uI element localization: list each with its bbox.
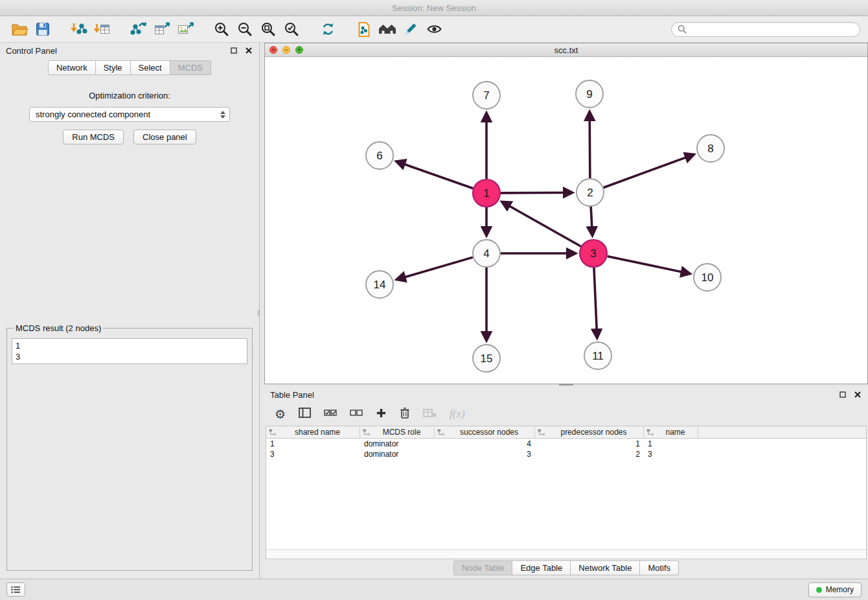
import-network-icon — [71, 21, 87, 37]
search-box[interactable] — [671, 22, 860, 37]
node-4[interactable]: 4 — [473, 240, 500, 267]
close-window-button[interactable]: × — [269, 46, 277, 54]
unselect-all-columns-button[interactable] — [350, 408, 363, 420]
edge-2-9[interactable] — [589, 112, 590, 178]
control-panel-float-button[interactable] — [229, 46, 238, 55]
zoom-selected-button[interactable] — [280, 19, 303, 40]
table-panel-float-button[interactable] — [838, 390, 847, 399]
table-cell[interactable]: 3 — [266, 449, 360, 459]
node-15[interactable]: 15 — [473, 345, 500, 372]
svg-text:11: 11 — [592, 350, 604, 362]
column-header-MCDS-role[interactable]: MCDS role — [360, 426, 435, 438]
table-cell[interactable]: 1 — [535, 439, 644, 449]
node-1[interactable]: 1 — [473, 179, 500, 207]
delete-table-button[interactable] — [423, 408, 437, 421]
table-tab-node-table[interactable]: Node Table — [453, 560, 513, 575]
table-cell[interactable]: 4 — [435, 439, 535, 449]
add-column-button[interactable] — [376, 408, 387, 421]
maximize-window-button[interactable]: + — [295, 46, 303, 54]
node-2[interactable]: 2 — [577, 179, 604, 206]
import-table-file-button[interactable] — [91, 19, 114, 40]
table-hscrollbar[interactable] — [266, 549, 866, 559]
table-panel-title: Table Panel — [270, 390, 314, 400]
network-document-button[interactable] — [352, 19, 376, 40]
function-builder-button[interactable]: f(x) — [450, 408, 465, 421]
close-panel-button[interactable]: Close panel — [133, 130, 196, 144]
edge-4-14[interactable] — [397, 257, 473, 279]
export-image-button[interactable] — [174, 19, 197, 40]
svg-text:6: 6 — [376, 150, 382, 162]
node-7[interactable]: 7 — [473, 82, 500, 109]
select-all-columns-button[interactable] — [324, 408, 337, 420]
svg-text:4: 4 — [483, 248, 489, 260]
table-row[interactable]: 3dominator323 — [266, 449, 866, 459]
import-network-file-button[interactable] — [67, 19, 91, 40]
table-tab-network-table[interactable]: Network Table — [571, 560, 640, 575]
column-header-predecessor-nodes[interactable]: predecessor nodes — [535, 426, 644, 438]
zoom-out-button[interactable] — [233, 19, 257, 40]
column-header-name[interactable]: name — [644, 426, 698, 438]
zoom-fit-button[interactable] — [257, 19, 280, 40]
edge-1-6[interactable] — [396, 161, 473, 188]
style-brush-button[interactable] — [399, 19, 422, 40]
table-panel-close-button[interactable] — [853, 390, 862, 399]
task-history-button[interactable] — [6, 583, 25, 597]
mcds-result-text[interactable]: 1 3 — [12, 338, 247, 364]
delete-column-button[interactable] — [400, 407, 410, 421]
show-columns-button[interactable] — [299, 408, 311, 421]
edge-3-11[interactable] — [594, 268, 597, 338]
edge-2-3[interactable] — [591, 207, 592, 235]
zoom-in-button[interactable] — [210, 19, 233, 40]
open-session-button[interactable] — [8, 19, 31, 40]
network-window: scc.txt × − + 7968124314101511 — [264, 43, 868, 384]
table-tab-motifs[interactable]: Motifs — [640, 560, 679, 575]
minimize-window-button[interactable]: − — [282, 46, 290, 54]
save-session-button[interactable] — [31, 19, 54, 40]
node-3[interactable]: 3 — [580, 240, 607, 267]
splitter-handle-vertical[interactable] — [258, 305, 261, 321]
search-input[interactable] — [691, 25, 854, 34]
float-window-icon — [231, 47, 237, 54]
eye-button[interactable] — [422, 19, 446, 40]
edge-3-10[interactable] — [608, 257, 690, 274]
tab-mcds[interactable]: MCDS — [170, 60, 211, 75]
table-cell[interactable]: 2 — [535, 449, 644, 459]
tab-select[interactable]: Select — [131, 60, 170, 75]
splitter-handle-horizontal[interactable] — [559, 384, 573, 386]
node-10[interactable]: 10 — [694, 264, 721, 291]
tab-style[interactable]: Style — [96, 60, 131, 75]
column-header-successor-nodes[interactable]: successor nodes — [435, 426, 535, 438]
export-network-button[interactable] — [127, 19, 150, 40]
node-11[interactable]: 11 — [584, 342, 611, 369]
edge-2-8[interactable] — [604, 155, 694, 188]
edge-1-2[interactable] — [501, 192, 572, 193]
node-9[interactable]: 9 — [576, 80, 603, 108]
table-row[interactable]: 1dominator411 — [266, 439, 866, 449]
control-panel-close-button[interactable] — [244, 46, 253, 55]
table-cell[interactable]: dominator — [360, 449, 435, 459]
node-14[interactable]: 14 — [366, 271, 393, 298]
column-header-shared-name[interactable]: shared name — [266, 426, 360, 438]
export-table-button[interactable] — [150, 19, 174, 40]
run-mcds-button[interactable]: Run MCDS — [63, 130, 124, 144]
table-panel: Table Panel ⚙ — [264, 387, 868, 579]
main-area: Control Panel NetworkStyleSelectMCDS Opt… — [0, 43, 868, 579]
table-settings-button[interactable]: ⚙ — [275, 408, 286, 421]
home-button[interactable] — [376, 19, 399, 40]
table-cell[interactable]: 3 — [644, 449, 698, 459]
control-panel: Control Panel NetworkStyleSelectMCDS Opt… — [0, 43, 260, 579]
node-6[interactable]: 6 — [366, 142, 393, 169]
table-cell[interactable]: 3 — [435, 449, 535, 459]
edge-3-1[interactable] — [502, 202, 580, 246]
refresh-layout-button[interactable] — [316, 19, 339, 40]
network-canvas[interactable]: 7968124314101511 — [265, 57, 867, 384]
open-folder-icon — [11, 22, 29, 36]
table-cell[interactable]: dominator — [360, 439, 435, 449]
table-cell[interactable]: 1 — [266, 439, 360, 449]
table-tab-edge-table[interactable]: Edge Table — [512, 560, 571, 575]
memory-button[interactable]: Memory — [808, 583, 862, 597]
optimization-criterion-select[interactable]: strongly connected component — [29, 107, 230, 122]
node-8[interactable]: 8 — [697, 135, 724, 162]
table-cell[interactable]: 1 — [644, 439, 698, 449]
tab-network[interactable]: Network — [48, 60, 96, 75]
